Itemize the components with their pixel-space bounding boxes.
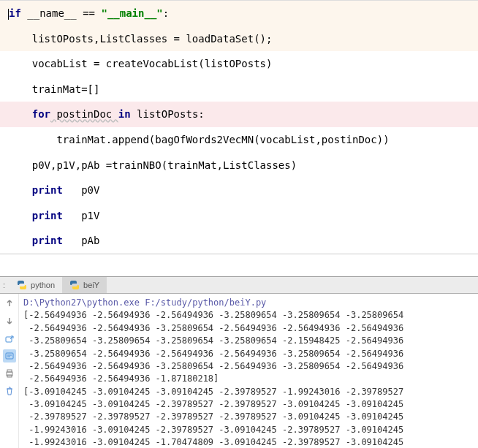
code-line: print pAb [0,228,478,254]
output-command: D:\Python27\python.exe F:/study/python/b… [23,297,474,309]
output-line: -2.56494936 -2.56494936 -1.87180218] [23,373,474,385]
scroll-up-button[interactable] [3,297,16,310]
console-output[interactable]: D:\Python27\python.exe F:/study/python/b… [19,294,478,448]
output-line: -2.56494936 -2.56494936 -3.25809654 -2.5… [23,360,474,373]
tab-label: beiY [83,281,99,289]
svg-rect-0 [6,337,12,342]
code-line: if __name__ == "__main__": [0,1,478,26]
output-line: -3.25809654 -2.56494936 -2.56494936 -2.5… [23,348,474,360]
svg-rect-1 [6,353,13,359]
output-line: [-3.09104245 -3.09104245 -3.09104245 -2.… [23,386,474,398]
output-line: -3.09104245 -3.09104245 -2.39789527 -2.3… [23,398,474,411]
console-gutter [0,294,19,448]
output-line: -3.25809654 -3.25809654 -3.25809654 -3.2… [23,335,474,347]
output-line: -2.39789527 -2.39789527 -2.39789527 -2.3… [23,411,474,423]
export-button[interactable] [3,332,16,345]
tab-beiy[interactable]: beiY [62,277,107,293]
code-line: listOPosts,ListClasses = loadDataSet(); [0,26,478,52]
clear-button[interactable] [3,384,16,398]
tab-python[interactable]: python [10,277,62,293]
code-line: print p0V [0,178,478,203]
code-line: p0V,p1V,pAb =trainNBO(trainMat,ListClass… [0,153,478,178]
svg-rect-3 [7,370,12,372]
code-line: vocabList = createVocabList(listOPosts) [0,51,478,77]
print-button[interactable] [3,367,16,380]
output-line: [-2.56494936 -2.56494936 -2.56494936 -3.… [23,309,474,322]
run-tab-bar: : python beiY [0,277,478,294]
code-editor[interactable]: if __name__ == "__main__": listOPosts,Li… [0,0,478,254]
code-line: print p1V [0,203,478,229]
output-line: -2.56494936 -2.56494936 -3.25809654 -2.5… [23,322,474,335]
console-panel: : python beiY D:\Python27\python.exe F:/… [0,276,478,448]
output-line: -1.99243016 -3.09104245 -1.70474809 -3.0… [23,436,474,448]
code-line: trainMat.append(bagOfWords2VecMN(vocabLi… [0,127,478,153]
wrap-button[interactable] [3,349,16,362]
tab-prefix: : [0,281,10,289]
output-line: -1.99243016 -3.09104245 -2.39789527 -3.0… [23,424,474,436]
code-line: trainMat=[] [0,77,478,102]
python-icon [69,280,80,290]
python-icon [17,280,27,290]
scroll-down-button[interactable] [3,314,16,327]
code-line: for postinDoc in listOPosts: [0,102,478,127]
tab-label: python [31,281,55,289]
